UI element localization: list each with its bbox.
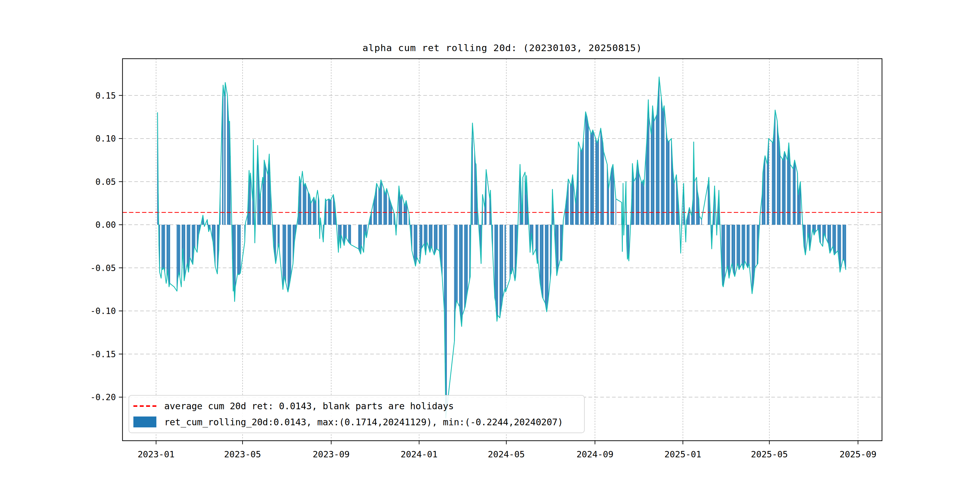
svg-text:2025-01: 2025-01 xyxy=(665,449,702,460)
svg-text:2024-09: 2024-09 xyxy=(576,449,613,460)
svg-text:-0.20: -0.20 xyxy=(91,392,116,402)
svg-text:-0.15: -0.15 xyxy=(91,349,116,360)
bar-series-swatch xyxy=(134,417,156,427)
svg-text:2025-05: 2025-05 xyxy=(751,449,788,460)
figure: alpha cum ret rolling 20d: (20230103, 20… xyxy=(0,0,980,490)
svg-text:-0.10: -0.10 xyxy=(91,306,116,316)
svg-text:0.15: 0.15 xyxy=(95,91,116,101)
svg-text:2024-05: 2024-05 xyxy=(488,449,525,460)
svg-text:0.00: 0.00 xyxy=(95,220,116,230)
legend-label-series: ret_cum_rolling_20d:0.0143, max:(0.1714,… xyxy=(164,417,563,427)
svg-text:2024-01: 2024-01 xyxy=(401,449,438,460)
legend-item-average: average cum 20d ret: 0.0143, blank parts… xyxy=(134,401,584,411)
svg-text:-0.05: -0.05 xyxy=(91,263,116,273)
svg-text:0.05: 0.05 xyxy=(95,177,116,187)
svg-text:2023-09: 2023-09 xyxy=(313,449,350,460)
svg-text:2025-09: 2025-09 xyxy=(840,449,877,460)
svg-text:0.10: 0.10 xyxy=(95,134,116,144)
svg-text:2023-01: 2023-01 xyxy=(138,449,175,460)
legend-item-series: ret_cum_rolling_20d:0.0143, max:(0.1714,… xyxy=(134,417,584,427)
svg-text:2023-05: 2023-05 xyxy=(224,449,261,460)
legend-label-average: average cum 20d ret: 0.0143, blank parts… xyxy=(164,401,454,411)
average-dashed-line-swatch xyxy=(134,405,156,407)
legend: average cum 20d ret: 0.0143, blank parts… xyxy=(129,395,585,433)
